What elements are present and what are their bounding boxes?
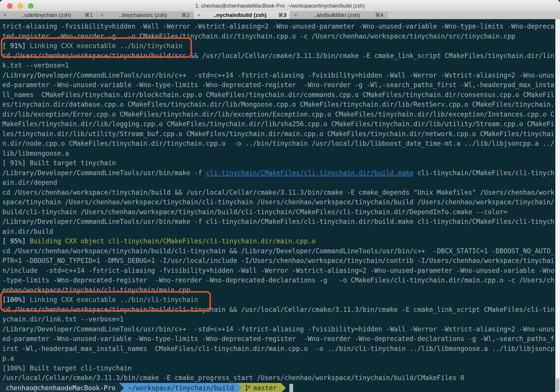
tab-close-icon[interactable]: ×: [197, 12, 200, 18]
terminal-text: MakeFiles/tinychain.dir/lib/logging.cpp.…: [2, 120, 554, 128]
tab-3[interactable]: ×..nychain/build (zsh)⌘3: [194, 11, 290, 19]
terminal-line: /Library/Developer/CommandLineTools/usr/…: [0, 71, 560, 80]
powerline-arrow-icon: [281, 383, 286, 392]
terminal-line: k.txt --verbose=1: [0, 61, 560, 71]
terminal-text: /Library/Developer/CommandLineTools/usr/…: [2, 325, 554, 333]
terminal-text: PTR=1 -DBOOST_NO_TYPEID=1 -DMVS_DEBUG=1 …: [2, 257, 554, 264]
terminal-text: [ 91%] Built target tinychain: [2, 159, 116, 167]
powerline-arrow-icon: [237, 383, 242, 392]
terminal-screen: trict-aliasing -fvisibility=hidden -Wall…: [0, 19, 560, 392]
tab-1[interactable]: ×..ude/tinychain (zsh)⌘1: [0, 11, 97, 19]
shell-prompt: chenhao@chenhaodeMacBook-Pro ~/workspace…: [0, 383, 560, 392]
terminal-cursor: [289, 384, 293, 392]
terminal-text: space/tinychain /Users/chenhao/workspace…: [2, 198, 554, 206]
terminal-text: n/include -std=c++14 -fstrict-aliasing -…: [2, 267, 554, 274]
terminal-output: trict-aliasing -fvisibility=hidden -Wall…: [0, 22, 560, 383]
terminal-text: -type-limits -Wno-deprecated-register -W…: [2, 276, 554, 284]
terminal-text: /usr/local/Cellar/cmake/3.11.3/bin/cmake…: [2, 374, 464, 382]
terminal-line: /Library/Developer/CommandLineTools/usr/…: [0, 324, 560, 334]
terminal-line: ain.dir/depend: [0, 178, 560, 188]
terminal-text: ain.dir/build: [2, 228, 53, 235]
terminal-line: trict-aliasing -fvisibility=hidden -Wall…: [0, 22, 560, 31]
terminal-line: es/tinychain.dir/database.cpp.o CMakeFil…: [0, 100, 560, 110]
terminal-text: les/tinychain.dir/lib/utility/Stream_buf…: [2, 130, 554, 138]
terminal-line: les/tinychain.dir/lib/utility/Stream_buf…: [0, 129, 560, 139]
terminal-line: ain.dir/build: [0, 227, 560, 237]
terminal-line: ed-parameter -Wno-unused-variable -Wno-t…: [0, 334, 560, 344]
terminal-text: /Library/Developer/CommandLineTools/usr/…: [2, 218, 554, 225]
terminal-text: es/tinychain.dir/database.cpp.o CMakeFil…: [2, 101, 554, 108]
tab-label: ..ude/tinychain (zsh): [10, 12, 82, 18]
scrollbar-thumb[interactable]: [556, 378, 559, 392]
titlebar: 1. chenhao@chenhaodeMacBook-Pro: ~/works…: [0, 0, 560, 11]
git-branch-icon: [245, 384, 251, 391]
prompt-cwd: ~/workspace/tinychain/build: [124, 383, 237, 392]
scrollbar-track[interactable]: [555, 19, 560, 392]
terminal-text: [ 95%]: [2, 237, 30, 245]
terminal-text: dir/lib/exception/Error.cpp.o CMakeFiles…: [2, 110, 554, 118]
tab-close-icon[interactable]: ×: [100, 12, 104, 18]
powerline-arrow-icon: [119, 383, 124, 392]
terminal-line: -type-limits -Wno-deprecated-register -W…: [0, 275, 560, 285]
terminal-window: 1. chenhao@chenhaodeMacBook-Pro: ~/works…: [0, 0, 560, 392]
tab-4[interactable]: ×..ain/build/bin (zsh)⌘4: [290, 11, 387, 19]
tab-shortcut: ⌘1: [85, 12, 93, 18]
zoom-window-button[interactable]: [28, 3, 34, 9]
terminal-line: p.a: [0, 354, 560, 363]
terminal-text: trict-aliasing -fvisibility=hidden -Wall…: [2, 22, 554, 30]
terminal-text: /Library/Developer/CommandLineTools/usr/…: [2, 169, 206, 177]
prompt-git-branch: master: [253, 384, 277, 392]
terminal-line: [ 91%] Built target tinychain: [0, 158, 560, 168]
terminal-text: p.a: [2, 354, 14, 362]
minimize-window-button[interactable]: [18, 3, 23, 9]
tab-close-icon[interactable]: ×: [4, 12, 7, 18]
terminal-text: ychain.dir/link.txt --verbose=1: [2, 315, 124, 323]
terminal-text: k.txt --verbose=1: [2, 61, 69, 69]
terminal-line: build/cli-tinychain /Users/chenhao/works…: [0, 207, 560, 217]
annotation-box-linking-cli-tinychain: [0, 291, 211, 312]
tab-close-icon[interactable]: ×: [294, 12, 297, 18]
terminal-line: cd /Users/chenhao/workspace/tinychain/bu…: [0, 188, 560, 198]
tab-label: ..tinychain/src (zsh): [107, 12, 179, 18]
terminal-line: ychain.dir/link.txt --verbose=1: [0, 314, 560, 324]
build-make-file-link[interactable]: cli-tinychain/CMakeFiles/cli-tinychain.d…: [206, 169, 413, 177]
terminal-text: cli-tinychain/CMakeFiles/cli-tinych: [414, 169, 554, 177]
tab-label: ..nychain/build (zsh): [204, 12, 276, 18]
terminal-line: lib/libmongoose.a: [0, 149, 560, 159]
terminal-line: ll_names CMakeFiles/tinychain.dir/blockc…: [0, 90, 560, 100]
terminal-text: [100%] Built target cli-tinychain: [2, 364, 132, 372]
terminal-text: ain.dir/depend: [2, 179, 57, 186]
tab-shortcut: ⌘2: [181, 12, 190, 18]
terminal-text: lib/libmongoose.a: [2, 150, 69, 157]
terminal-text: n.dir/node.cpp.o CMakeFiles/tinychain.di…: [2, 140, 554, 147]
terminal-line: cd /Users/chenhao/workspace/tinychain/bu…: [0, 246, 560, 256]
terminal-line: [ 95%] Building CXX object cli-tinychain…: [0, 236, 560, 246]
terminal-text: cd /Users/chenhao/workspace/tinychain/bu…: [2, 189, 554, 196]
annotation-box-linking-tinychain: [1, 37, 192, 58]
terminal-text: /Library/Developer/CommandLineTools/usr/…: [2, 71, 554, 79]
terminal-text: Building CXX object cli-tinychain/CMakeF…: [30, 237, 316, 245]
terminal-line: /Library/Developer/CommandLineTools/usr/…: [0, 168, 560, 178]
prompt-user-host: chenhao@chenhaodeMacBook-Pro: [0, 383, 119, 392]
tab-2[interactable]: ×..tinychain/src (zsh)⌘2: [97, 11, 194, 19]
terminal-line: [100%] Built target cli-tinychain: [0, 363, 560, 373]
terminal-line: n/include -std=c++14 -fstrict-aliasing -…: [0, 266, 560, 276]
terminal-text: ed-parameter -Wno-unused-variable -Wno-t…: [2, 81, 554, 89]
terminal-line: dir/lib/exception/Error.cpp.o CMakeFiles…: [0, 110, 560, 119]
terminal-line: ed-parameter -Wno-unused-variable -Wno-t…: [0, 80, 560, 90]
terminal-text: irst -Wl,-headerpad_max_install_names CM…: [2, 345, 554, 352]
terminal-text: cd /Users/chenhao/workspace/tinychain/bu…: [2, 247, 554, 255]
terminal-line: PTR=1 -DBOOST_NO_TYPEID=1 -DMVS_DEBUG=1 …: [0, 256, 560, 266]
terminal-text: build/cli-tinychain /Users/chenhao/works…: [2, 208, 508, 216]
terminal-line: /usr/local/Cellar/cmake/3.11.3/bin/cmake…: [0, 373, 560, 383]
tab-shortcut: ⌘4: [375, 12, 384, 18]
terminal-line: n.dir/node.cpp.o CMakeFiles/tinychain.di…: [0, 139, 560, 149]
terminal-line: MakeFiles/tinychain.dir/lib/logging.cpp.…: [0, 119, 560, 129]
close-window-button[interactable]: [7, 3, 13, 9]
terminal-text: ed-parameter -Wno-unused-variable -Wno-t…: [2, 335, 554, 342]
prompt-git-segment: master: [242, 383, 281, 392]
window-title: 1. chenhao@chenhaodeMacBook-Pro: ~/works…: [35, 0, 525, 11]
terminal-line: irst -Wl,-headerpad_max_install_names CM…: [0, 344, 560, 354]
terminal-line: /Library/Developer/CommandLineTools/usr/…: [0, 217, 560, 227]
tab-shortcut: ⌘3: [278, 12, 287, 18]
